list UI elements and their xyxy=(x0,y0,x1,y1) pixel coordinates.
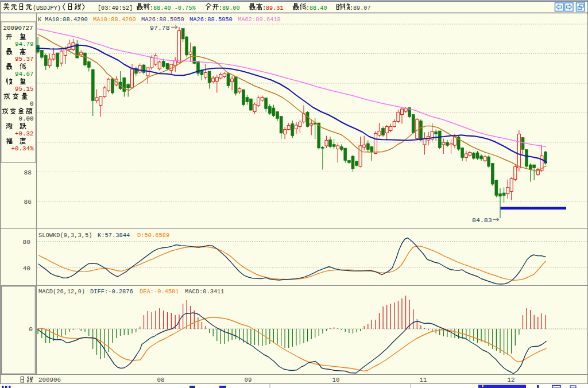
svg-text:(USDJPY): (USDJPY) xyxy=(33,5,61,11)
svg-text:86: 86 xyxy=(24,199,32,205)
svg-text:MA10:88.4290: MA10:88.4290 xyxy=(45,16,88,23)
svg-text:12: 12 xyxy=(508,377,515,383)
svg-text:MA26:88.5950: MA26:88.5950 xyxy=(189,16,233,23)
svg-text:20090727: 20090727 xyxy=(3,25,33,32)
svg-text:84.83: 84.83 xyxy=(472,216,492,224)
svg-text:DIFF:-0.2876: DIFF:-0.2876 xyxy=(90,288,133,295)
svg-text:0.00: 0.00 xyxy=(19,115,34,122)
svg-text:MACD:0.3411: MACD:0.3411 xyxy=(185,288,225,295)
svg-text:89.31: 89.31 xyxy=(266,5,284,11)
svg-text:+0.32: +0.32 xyxy=(15,130,33,137)
svg-text:+0.34%: +0.34% xyxy=(11,145,34,152)
svg-text:MA62:89.6418: MA62:89.6418 xyxy=(238,16,281,23)
svg-text:SLOWKD(9,3,3,5): SLOWKD(9,3,3,5) xyxy=(38,232,92,239)
svg-text:88.40: 88.40 xyxy=(310,5,327,11)
svg-text:DEA:-0.4581: DEA:-0.4581 xyxy=(140,288,179,295)
svg-text:40: 40 xyxy=(23,265,31,272)
svg-text:[03:49:52]: [03:49:52] xyxy=(98,5,133,11)
svg-text:200906: 200906 xyxy=(38,377,61,383)
svg-text:95.15: 95.15 xyxy=(15,86,33,92)
svg-text:94.67: 94.67 xyxy=(15,71,33,77)
svg-text:94.79: 94.79 xyxy=(15,41,33,48)
svg-text:97.78: 97.78 xyxy=(150,24,170,32)
svg-text:MA10:88.4290: MA10:88.4290 xyxy=(93,16,136,23)
svg-text:0: 0 xyxy=(29,326,33,333)
svg-text:MA26:88.5950: MA26:88.5950 xyxy=(141,16,184,23)
svg-text:10: 10 xyxy=(332,377,340,383)
svg-text:MACD(26,12,9): MACD(26,12,9) xyxy=(38,288,85,295)
svg-text:09: 09 xyxy=(245,377,252,383)
svg-text:89.07: 89.07 xyxy=(353,5,371,11)
svg-text:11: 11 xyxy=(420,377,427,383)
svg-text:89.00: 89.00 xyxy=(222,5,240,11)
svg-text:95.37: 95.37 xyxy=(15,56,33,63)
svg-text:D:50.6589: D:50.6589 xyxy=(137,232,169,239)
svg-text:08: 08 xyxy=(157,377,165,383)
svg-text:K:57.3844: K:57.3844 xyxy=(98,232,130,239)
svg-text:80: 80 xyxy=(23,239,31,246)
svg-text:0: 0 xyxy=(30,100,33,107)
svg-text:K: K xyxy=(38,16,42,23)
svg-text:88: 88 xyxy=(24,169,32,176)
svg-text:88.40 -0.75%: 88.40 -0.75% xyxy=(153,5,196,11)
